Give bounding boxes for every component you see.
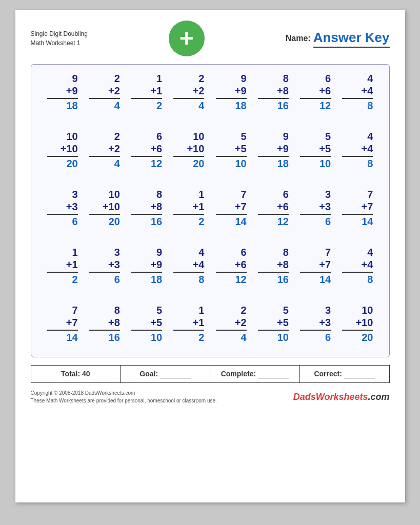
problem-2-6: 9+918 — [258, 130, 289, 170]
complete-cell: Complete: — [210, 366, 300, 382]
top-number: 5 — [325, 130, 331, 143]
answer: 20 — [362, 331, 373, 344]
goal-label: Goal: — [139, 370, 158, 378]
addend: +10 — [89, 200, 120, 215]
problem-2-3: 6+612 — [131, 130, 162, 170]
problem-4-1: 1+12 — [47, 246, 78, 286]
answer: 10 — [235, 157, 246, 170]
addend: +1 — [131, 85, 162, 99]
addend: +7 — [342, 200, 373, 215]
top-number: 8 — [114, 304, 120, 316]
addend: +2 — [89, 85, 120, 99]
problem-3-2: 10+1020 — [89, 188, 120, 228]
top-number: 5 — [241, 130, 247, 143]
total-cell: Total: 40 — [31, 366, 121, 382]
correct-cell: Correct: — [300, 366, 389, 382]
total-label: Total: 40 — [61, 370, 90, 378]
problem-1-2: 2+24 — [89, 72, 120, 112]
addend: +2 — [89, 143, 120, 157]
top-number: 7 — [72, 304, 78, 316]
answer: 12 — [235, 273, 246, 286]
addend: +8 — [89, 316, 120, 331]
addend: +3 — [89, 258, 120, 273]
problem-1-4: 2+24 — [173, 72, 204, 112]
top-number: 4 — [367, 130, 373, 143]
answer: 6 — [114, 273, 120, 286]
problem-5-7: 3+36 — [300, 304, 331, 344]
worksheet-title: Math Worksheet 1 — [31, 38, 88, 48]
problem-2-2: 2+24 — [89, 130, 120, 170]
addend: +5 — [258, 316, 289, 331]
addend: +2 — [173, 85, 204, 99]
top-number: 4 — [367, 246, 373, 258]
problem-3-3: 8+816 — [131, 188, 162, 228]
footer-row: Total: 40 Goal: Complete: Correct: — [31, 365, 390, 383]
top-number: 8 — [283, 246, 289, 258]
brand-dads: Dads — [293, 392, 316, 402]
answer: 16 — [109, 331, 120, 344]
addend: +3 — [47, 200, 78, 215]
worksheet-subtitle: Single Digit Doubling — [31, 29, 88, 38]
problem-3-7: 3+36 — [300, 188, 331, 228]
addend: +6 — [216, 258, 247, 273]
top-number: 3 — [72, 188, 78, 200]
addend: +7 — [216, 200, 247, 215]
copyright-text: Copyright © 2008-2018 DadsWorksheets.com… — [31, 389, 217, 405]
problem-1-3: 1+12 — [131, 72, 162, 112]
answer: 6 — [325, 331, 331, 344]
addend: +9 — [258, 143, 289, 157]
answer: 2 — [72, 273, 78, 286]
brand-dot: .com — [368, 392, 389, 402]
top-number: 6 — [325, 72, 331, 85]
answer: 12 — [151, 157, 162, 170]
addend: +9 — [216, 85, 247, 99]
brand-worksheets: Worksheets — [316, 392, 368, 402]
answer: 10 — [319, 157, 331, 170]
answer: 6 — [325, 215, 331, 228]
answer: 14 — [319, 273, 331, 286]
problem-3-6: 6+612 — [258, 188, 289, 228]
top-number: 9 — [156, 246, 162, 258]
problem-4-8: 4+48 — [342, 246, 373, 286]
answer: 10 — [151, 331, 162, 344]
top-number: 1 — [156, 72, 162, 85]
answer: 2 — [198, 331, 204, 344]
top-number: 4 — [198, 246, 204, 258]
answer: 4 — [241, 331, 247, 344]
addend: +4 — [342, 143, 373, 157]
answer: 16 — [277, 99, 289, 112]
answer: 20 — [109, 215, 120, 228]
addend: +6 — [300, 85, 331, 99]
top-number: 6 — [283, 188, 289, 200]
answer: 18 — [66, 99, 77, 112]
problem-5-5: 2+24 — [216, 304, 247, 344]
top-number: 3 — [325, 188, 331, 200]
top-number: 2 — [114, 72, 120, 85]
problem-5-3: 5+510 — [131, 304, 162, 344]
problem-row-1: 9+9182+241+122+249+9188+8166+6124+48 — [42, 72, 379, 112]
top-number: 6 — [241, 246, 247, 258]
top-number: 6 — [156, 130, 162, 143]
top-number: 10 — [362, 304, 373, 316]
complete-underline — [258, 370, 289, 378]
answer: 4 — [114, 99, 120, 112]
copyright-line1: Copyright © 2008-2018 DadsWorksheets.com — [31, 389, 217, 397]
answer: 6 — [72, 215, 78, 228]
addend: +1 — [47, 258, 78, 273]
correct-underline — [344, 370, 375, 378]
problem-3-4: 1+12 — [173, 188, 204, 228]
answer: 4 — [198, 99, 204, 112]
top-number: 3 — [114, 246, 120, 258]
top-number: 1 — [198, 188, 204, 200]
top-number: 2 — [241, 304, 247, 316]
problem-2-4: 10+1020 — [173, 130, 204, 170]
answer: 20 — [66, 157, 77, 170]
answer: 14 — [362, 215, 373, 228]
top-number: 9 — [72, 72, 78, 85]
addend: +5 — [216, 143, 247, 157]
answer: 18 — [151, 273, 162, 286]
top-number: 3 — [325, 304, 331, 316]
header-center — [169, 21, 205, 56]
answer: 2 — [156, 99, 162, 112]
problem-4-6: 8+816 — [258, 246, 289, 286]
